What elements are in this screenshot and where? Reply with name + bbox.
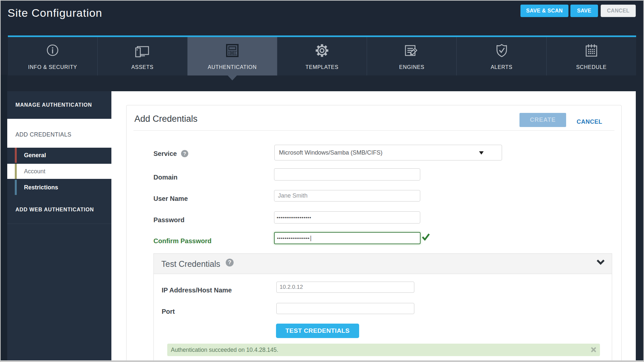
svg-text:?: ? bbox=[228, 259, 231, 265]
svg-text:?: ? bbox=[183, 151, 186, 156]
